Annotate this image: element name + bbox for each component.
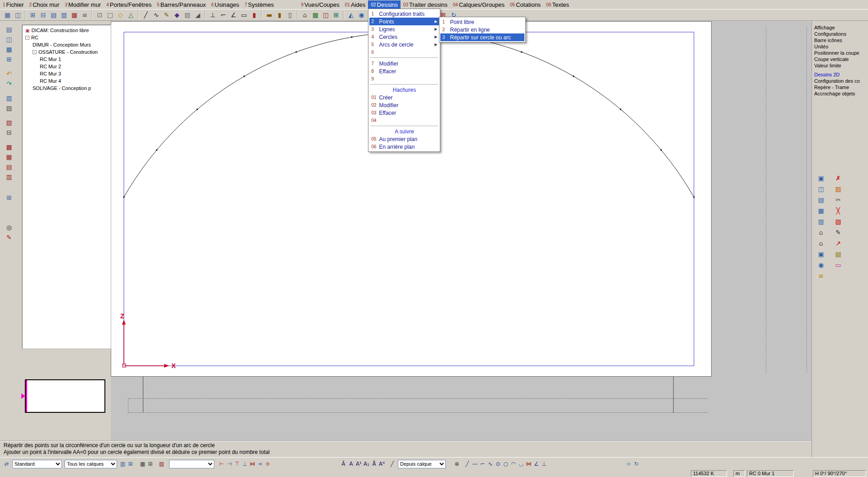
doc-save-icon[interactable]: ▦ — [3, 45, 15, 54]
beam-h-icon[interactable]: ▬ — [264, 10, 274, 20]
tree-expand-box[interactable]: - — [33, 50, 37, 54]
text-exponent-icon[interactable]: A⁴ — [378, 460, 386, 468]
line-type-select[interactable] — [169, 460, 214, 468]
preview-window[interactable] — [25, 379, 105, 413]
menu-calques-groupes[interactable]: 04Calques/Groupes — [450, 0, 507, 9]
page-flip-icon[interactable]: ◇ — [115, 10, 126, 20]
home-up-2-icon[interactable]: ⌂ — [816, 239, 826, 248]
panel-link-affichage[interactable]: Affichage — [814, 24, 868, 31]
text-height-icon[interactable]: Ā — [340, 460, 347, 468]
grid-small-icon[interactable]: ⊞ — [28, 10, 38, 20]
text-subscript-icon[interactable]: A₁ — [363, 460, 370, 468]
text-superscript-icon[interactable]: A¹ — [355, 460, 363, 468]
cross-red-icon[interactable]: ╳ — [834, 206, 843, 215]
grid-wide-icon[interactable]: ⊟ — [38, 10, 48, 20]
panel-link-dessins-2d[interactable]: Dessins 2D — [814, 71, 868, 78]
mirror-h-icon[interactable]: ⋈ — [249, 460, 256, 468]
tree-item-dimur-conception-murs[interactable]: DIMUR - Conception Murs — [23, 41, 110, 48]
copy-view-icon[interactable]: ◫ — [816, 184, 826, 194]
menu-item-modifier[interactable]: 7Modifier — [369, 60, 439, 67]
draw-freehand-icon[interactable]: ∿ — [486, 460, 494, 468]
trame-settings-icon[interactable]: ⊞ — [146, 460, 154, 468]
pen-source-select[interactable]: Depuis calque — [398, 460, 446, 468]
menu-item-au-premier-plan[interactable]: 05Au premier plan — [369, 135, 439, 143]
panel-link-repere-trame[interactable]: Repère - Trame — [814, 84, 868, 90]
beam-v-icon[interactable]: ▮ — [274, 10, 285, 20]
tree-item-rc-mur-3[interactable]: RC Mur 3 — [23, 70, 110, 77]
doc-lines-icon[interactable]: ▤ — [816, 195, 826, 204]
menu-cotations[interactable]: 05Cotations — [507, 0, 543, 9]
menu-item-en-arriere-plan[interactable]: 06En arrière plan — [369, 143, 439, 151]
mirror-tool-icon[interactable]: ⋈ — [525, 460, 533, 468]
table-sum-icon[interactable]: ▦ — [69, 10, 80, 20]
block-minus-icon[interactable]: ⊟ — [3, 128, 15, 137]
doc-cols-icon[interactable]: ▥ — [816, 217, 826, 226]
tree-item-dicam-construction-libre[interactable]: ▣DICAM: Construction libre — [23, 27, 110, 34]
menu-item-9[interactable]: 9 — [369, 75, 439, 83]
doc-props-icon[interactable]: ⊞ — [3, 55, 15, 64]
line-draw-icon[interactable]: ╱ — [141, 10, 151, 20]
hatch-icon[interactable]: ▨ — [182, 10, 193, 20]
panel-link-accrochage-objets[interactable]: Accrochage objets — [814, 90, 868, 97]
grid-red-1-icon[interactable]: ▩ — [3, 142, 15, 151]
home-up-icon[interactable]: ⌂ — [816, 228, 826, 237]
text-slant-icon[interactable]: ╱ — [388, 460, 396, 468]
grid-settings-icon[interactable]: ▦ — [139, 460, 146, 468]
hatch-red-icon[interactable]: ▧ — [834, 217, 843, 226]
doc-new-icon[interactable]: ▤ — [3, 25, 15, 34]
layer-filter-select[interactable]: Tous les calques — [65, 460, 117, 468]
draw-polyline-icon[interactable]: ⌐ — [479, 460, 486, 468]
list-view-icon[interactable]: ≡ — [80, 10, 90, 20]
wall-green-icon[interactable]: ▩ — [310, 10, 321, 20]
view-3d-icon[interactable]: ◭ — [346, 10, 356, 20]
triangle-tool-icon[interactable]: △ — [126, 10, 136, 20]
hatch-red-icon[interactable]: ▨ — [158, 460, 165, 468]
window-tile-icon[interactable]: ◫ — [13, 10, 23, 20]
book-icon[interactable]: ▤ — [834, 250, 843, 259]
copy-drawing-icon[interactable]: ▣ — [816, 174, 826, 183]
hatch-orange-icon[interactable]: ▨ — [834, 184, 843, 194]
post-icon[interactable]: ▯ — [285, 10, 295, 20]
menu-modifier-mur[interactable]: 3Modifier mur — [62, 0, 104, 9]
window-new-icon[interactable]: ▦ — [2, 10, 13, 20]
menu-item-configuration-traits[interactable]: 1Configuration traits — [369, 10, 439, 18]
database-icon[interactable]: ◉ — [816, 260, 826, 269]
align-right-icon[interactable]: ⊣ — [226, 460, 233, 468]
arrow-out-icon[interactable]: ↗ — [834, 239, 843, 248]
menu-item-cercles[interactable]: 4Cercles▶ — [369, 33, 439, 41]
grid-red-3-icon[interactable]: ▤ — [3, 162, 15, 171]
menu-usinages[interactable]: 6Usinages — [208, 0, 242, 9]
grid-red-4-icon[interactable]: ▥ — [3, 172, 15, 181]
panel-link-valeur-limite[interactable]: Valeur limite — [814, 62, 868, 69]
panel-link-coupe-verticale[interactable]: Coupe verticale — [814, 56, 868, 62]
doc-grid-icon[interactable]: ▦ — [816, 206, 826, 215]
redline-icon[interactable]: ✎ — [3, 233, 15, 242]
copy-multi-icon[interactable]: ⊞ — [3, 193, 15, 202]
menu-item-repartir-en-ligne[interactable]: 2Répartir en ligne — [440, 26, 524, 33]
align-top-icon[interactable]: ⊤ — [233, 460, 241, 468]
align-left-icon[interactable]: ⊢ — [218, 460, 226, 468]
layer-new-icon[interactable]: ⊞ — [127, 460, 134, 468]
pan-view-icon[interactable]: ⊹ — [625, 460, 632, 468]
grid-red-2-icon[interactable]: ▦ — [3, 152, 15, 161]
tree-item-ossature-construction[interactable]: -OSSATURE - Construction — [23, 48, 110, 56]
redo-icon[interactable]: ↷ — [3, 79, 15, 88]
draw-segment-icon[interactable]: — — [471, 460, 479, 468]
menu-item-04[interactable]: 04 — [369, 117, 439, 124]
distribute-h-icon[interactable]: ≍ — [256, 460, 264, 468]
zoom-region-icon[interactable]: ⊞ — [331, 10, 341, 20]
curve-draw-icon[interactable]: ∿ — [151, 10, 161, 20]
block-red-icon[interactable]: ▧ — [3, 118, 15, 127]
menu-barres-panneaux[interactable]: 5Barres/Panneaux — [154, 0, 208, 9]
draw-line-icon[interactable]: ╱ — [463, 460, 471, 468]
menu-item-6[interactable]: 6 — [369, 48, 439, 56]
menu-item-effacer[interactable]: 8Effacer — [369, 67, 439, 75]
measure-angle-icon[interactable]: ∠ — [228, 10, 239, 20]
menu-item-point-libre[interactable]: 1Point libre — [440, 18, 524, 26]
zoom-edit-icon[interactable]: ◎ — [3, 223, 15, 232]
stat-hatch-icon[interactable]: ▨ — [3, 104, 15, 113]
angle-tool-icon[interactable]: ∠ — [533, 460, 540, 468]
panel-link-configurations[interactable]: Configurations — [814, 31, 868, 37]
draw-circle-center-icon[interactable]: ⊙ — [494, 460, 502, 468]
measure-box-icon[interactable]: ▭ — [239, 10, 249, 20]
